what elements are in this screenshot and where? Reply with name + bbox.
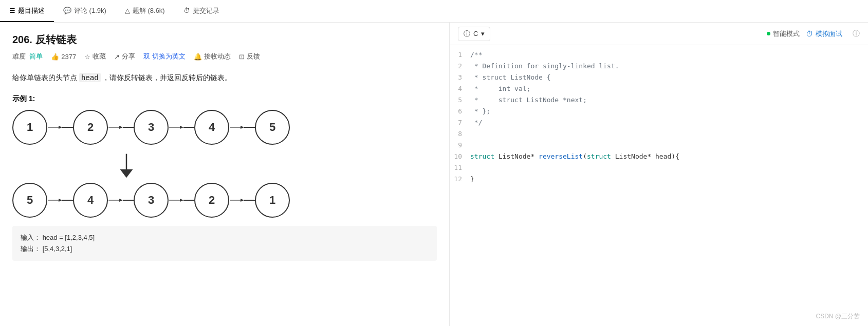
tab-bar: ☰ 题目描述 💬 评论 (1.9k) △ 题解 (8.6k) ⏱ 提交记录: [0, 0, 868, 23]
mock-interview-button[interactable]: ⏱ 模拟面试: [806, 29, 842, 39]
arrow-3-4: [169, 110, 194, 145]
smart-mode-indicator: 智能模式: [767, 29, 800, 39]
code-line-8: 8: [450, 128, 868, 140]
code-line-12: 12 }: [450, 174, 868, 185]
code-line-3: 3 * struct ListNode {: [450, 72, 868, 83]
node-5-top: 5: [255, 110, 290, 145]
arrow-4-5: [229, 110, 255, 145]
arrow-b-2-1: [229, 183, 255, 218]
problem-title: 206. 反转链表: [12, 33, 437, 47]
input-line: 输入： head = [1,2,3,4,5]: [21, 233, 429, 242]
chevron-down-icon: ▾: [481, 30, 485, 37]
switch-icon: 双: [143, 52, 150, 61]
code-line-6: 6 * };: [450, 106, 868, 117]
svg-marker-1: [59, 126, 62, 129]
output-line: 输出： [5,4,3,2,1]: [21, 244, 429, 254]
node-3-top: 3: [134, 110, 169, 145]
list-row-bottom: 5 4 3: [12, 183, 437, 218]
arrow-2-3: [108, 110, 134, 145]
switch-lang-button[interactable]: 双 切换为英文: [143, 52, 186, 61]
solutions-icon: △: [125, 7, 130, 14]
bell-icon: 🔔: [194, 53, 202, 61]
tab-description[interactable]: ☰ 题目描述: [0, 0, 54, 22]
code-line-7: 7 */: [450, 117, 868, 128]
header-right: 智能模式 ⏱ 模拟面试 ⓘ: [767, 29, 860, 39]
problem-panel: 206. 反转链表 难度 简单 👍 2377 ☆ 收藏 ↗ 分享 双: [0, 23, 450, 326]
node-4: 4: [194, 110, 229, 145]
svg-marker-5: [180, 126, 183, 129]
language-selector[interactable]: ⓘ C ▾: [458, 27, 490, 41]
tab-comments[interactable]: 💬 评论 (1.9k): [54, 0, 116, 22]
node-3-bottom: 3: [134, 183, 169, 218]
difficulty-value: 简单: [29, 52, 43, 60]
svg-marker-9: [120, 169, 133, 178]
code-line-9: 9: [450, 140, 868, 151]
green-dot-icon: [767, 32, 770, 35]
svg-marker-15: [180, 199, 183, 202]
problem-description: 给你单链表的头节点 head ，请你反转链表，并返回反转后的链表。: [12, 71, 437, 84]
node-2: 2: [73, 110, 108, 145]
info-icon[interactable]: ⓘ: [853, 29, 860, 39]
example-io-box: 输入： head = [1,2,3,4,5] 输出： [5,4,3,2,1]: [12, 226, 437, 261]
arrow-b-5-4: [47, 183, 73, 218]
like-icon: 👍: [51, 53, 59, 61]
tab-solutions[interactable]: △ 题解 (8.6k): [116, 0, 174, 22]
node-2-bottom: 2: [194, 183, 229, 218]
svg-marker-7: [241, 126, 244, 129]
difficulty-label: 难度 简单: [12, 52, 43, 61]
share-icon: ↗: [114, 53, 120, 61]
star-icon: ☆: [84, 53, 90, 61]
node-1: 1: [12, 110, 47, 145]
code-line-5: 5 * struct ListNode *next;: [450, 94, 868, 106]
arrow-1-2: [47, 110, 73, 145]
notifications-button[interactable]: 🔔 接收动态: [194, 52, 231, 61]
likes-button[interactable]: 👍 2377: [51, 53, 76, 61]
code-line-11: 11: [450, 162, 868, 174]
node-1-bottom: 1: [255, 183, 290, 218]
timer-icon: ⏱: [806, 30, 813, 38]
comment-icon: 💬: [63, 7, 71, 14]
svg-marker-3: [119, 126, 123, 129]
code-line-10: 10 struct ListNode* reverseList(struct L…: [450, 151, 868, 162]
code-area[interactable]: 1 /** 2 * Definition for singly-linked l…: [450, 45, 868, 326]
code-line-2: 2 * Definition for singly-linked list.: [450, 61, 868, 72]
feedback-button[interactable]: ⊡ 反馈: [239, 52, 260, 61]
code-line-4: 4 * int val;: [450, 83, 868, 94]
share-button[interactable]: ↗ 分享: [114, 52, 135, 61]
submissions-icon: ⏱: [183, 7, 190, 14]
problem-meta: 难度 简单 👍 2377 ☆ 收藏 ↗ 分享 双 切换为英文 🔔 接收动态: [12, 52, 437, 61]
list-row-top: 1 2 3: [12, 110, 437, 145]
info-circle-icon: ⓘ: [464, 29, 470, 39]
svg-marker-13: [119, 199, 123, 202]
main-layout: 206. 反转链表 难度 简单 👍 2377 ☆ 收藏 ↗ 分享 双: [0, 23, 868, 326]
watermark: CSDN @三分苦: [816, 312, 860, 321]
editor-header: ⓘ C ▾ 智能模式 ⏱ 模拟面试 ⓘ: [450, 23, 868, 45]
node-5-bottom: 5: [12, 183, 47, 218]
linked-list-diagram: 1 2 3: [12, 110, 437, 218]
svg-marker-11: [59, 199, 62, 202]
example-title: 示例 1:: [12, 94, 437, 104]
arrow-b-3-2: [169, 183, 194, 218]
arrow-b-4-3: [108, 183, 134, 218]
down-arrow: [109, 149, 144, 183]
svg-marker-17: [241, 199, 244, 202]
feedback-icon: ⊡: [239, 53, 245, 61]
node-4-bottom: 4: [73, 183, 108, 218]
collect-button[interactable]: ☆ 收藏: [84, 52, 106, 61]
code-editor-panel: ⓘ C ▾ 智能模式 ⏱ 模拟面试 ⓘ 1 /**: [450, 23, 868, 326]
description-icon: ☰: [9, 7, 15, 14]
head-code: head: [79, 73, 101, 82]
tab-submissions[interactable]: ⏱ 提交记录: [174, 0, 229, 22]
code-line-1: 1 /**: [450, 49, 868, 61]
